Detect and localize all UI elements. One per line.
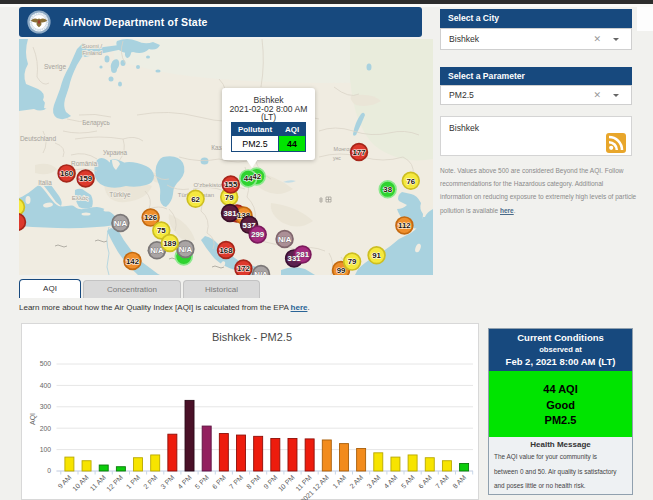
svg-text:2 PM: 2 PM xyxy=(142,474,159,491)
svg-text:79: 79 xyxy=(348,257,357,266)
svg-text:Deutschland: Deutschland xyxy=(20,135,57,142)
svg-text:1 AM: 1 AM xyxy=(331,474,347,490)
svg-text:1 PM: 1 PM xyxy=(125,474,142,491)
svg-text:38: 38 xyxy=(383,185,392,194)
svg-text:N/A: N/A xyxy=(278,235,292,244)
svg-text:168: 168 xyxy=(219,246,233,255)
svg-text:177: 177 xyxy=(352,148,365,157)
svg-text:10 PM: 10 PM xyxy=(277,474,296,493)
svg-text:Sverige: Sverige xyxy=(44,63,66,71)
svg-text:Монгол: Монгол xyxy=(334,146,353,152)
svg-text:172: 172 xyxy=(237,264,251,273)
svg-text:2 AM: 2 AM xyxy=(348,474,364,490)
svg-text:76: 76 xyxy=(406,177,415,186)
svg-text:N/A: N/A xyxy=(254,270,268,275)
svg-text:Türkiye: Türkiye xyxy=(109,191,131,199)
svg-text:yнc: yнc xyxy=(333,155,341,161)
svg-text:381: 381 xyxy=(223,209,237,218)
svg-text:159: 159 xyxy=(79,174,93,183)
svg-text:62: 62 xyxy=(191,195,200,204)
svg-text:N/A: N/A xyxy=(114,219,128,228)
svg-text:189: 189 xyxy=(163,239,177,248)
svg-text:91: 91 xyxy=(372,251,381,260)
svg-text:7 AM: 7 AM xyxy=(434,474,450,490)
svg-text:12 PM: 12 PM xyxy=(105,474,124,493)
svg-text:Suomi /: Suomi / xyxy=(82,43,103,49)
svg-text:10 AM: 10 AM xyxy=(71,474,90,493)
svg-text:299: 299 xyxy=(251,230,265,239)
svg-text:500: 500 xyxy=(40,360,52,367)
svg-text:6 PM: 6 PM xyxy=(211,474,228,491)
svg-text:200: 200 xyxy=(40,425,52,432)
svg-text:112: 112 xyxy=(398,221,411,230)
svg-text:142: 142 xyxy=(126,257,140,266)
svg-text:Bishkek - PM2.5: Bishkek - PM2.5 xyxy=(212,331,292,343)
svg-text:3 AM: 3 AM xyxy=(365,474,381,490)
svg-text:11 AM: 11 AM xyxy=(89,474,108,493)
svg-text:7 PM: 7 PM xyxy=(228,474,245,491)
svg-text:42: 42 xyxy=(252,172,261,181)
svg-text:155: 155 xyxy=(224,180,238,189)
svg-text:100: 100 xyxy=(40,446,52,453)
svg-text:126: 126 xyxy=(144,213,158,222)
svg-text:3 PM: 3 PM xyxy=(159,474,176,491)
svg-text:5 PM: 5 PM xyxy=(194,474,211,491)
svg-text:Finland: Finland xyxy=(82,50,102,56)
svg-text:160: 160 xyxy=(60,169,74,178)
svg-text:44: 44 xyxy=(244,174,253,183)
svg-text:AQI: AQI xyxy=(29,413,37,425)
svg-text:8 PM: 8 PM xyxy=(245,474,262,491)
svg-text:5 AM: 5 AM xyxy=(400,474,416,490)
svg-text:8 AM: 8 AM xyxy=(451,474,467,490)
svg-text:0: 0 xyxy=(47,467,51,474)
svg-text:România: România xyxy=(71,160,97,167)
svg-text:281: 281 xyxy=(296,250,310,259)
svg-text:Украина: Украина xyxy=(103,149,127,157)
svg-text:4 AM: 4 AM xyxy=(383,474,399,490)
svg-text:Ελλάς: Ελλάς xyxy=(72,195,88,201)
svg-text:400: 400 xyxy=(40,382,52,389)
svg-text:Беларусь: Беларусь xyxy=(82,119,110,127)
svg-text:N/A: N/A xyxy=(179,245,193,254)
svg-text:Italia: Italia xyxy=(38,179,52,186)
svg-text:6 AM: 6 AM xyxy=(417,474,433,490)
svg-text:75: 75 xyxy=(157,226,166,235)
svg-text:99: 99 xyxy=(337,266,346,275)
svg-text:79: 79 xyxy=(225,193,234,202)
svg-text:4 PM: 4 PM xyxy=(176,474,193,491)
svg-text:O'zbekiston: O'zbekiston xyxy=(193,182,224,188)
svg-text:300: 300 xyxy=(40,403,52,410)
